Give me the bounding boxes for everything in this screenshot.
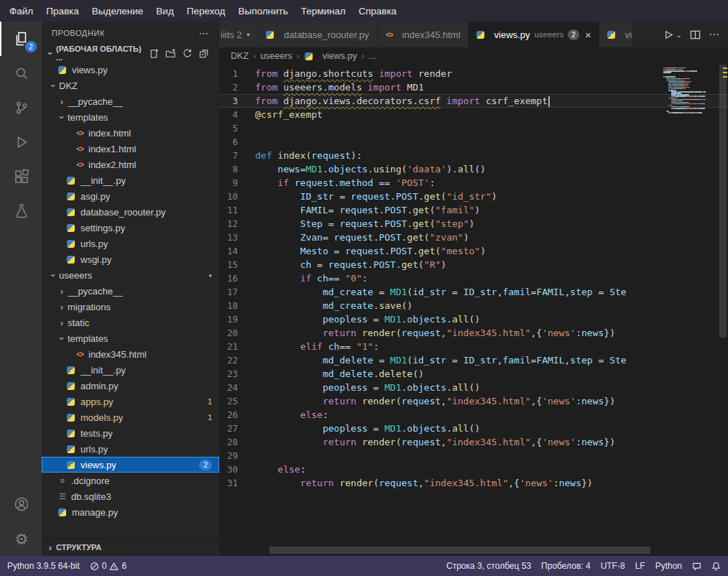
tree-item-apps-py[interactable]: apps.py1 — [42, 394, 219, 409]
tree-item-tests-py[interactable]: tests.py — [42, 425, 219, 441]
more-actions-icon[interactable]: ⋯ — [709, 28, 719, 41]
new-file-icon[interactable] — [149, 48, 160, 59]
search-icon[interactable] — [0, 56, 42, 90]
code-text[interactable]: peopless = MD1.objects.all() — [255, 312, 480, 326]
tree-item-templates[interactable]: ›templates — [42, 330, 219, 346]
tree-item-init-py[interactable]: __init__.py — [42, 362, 219, 378]
tree-item-pycache[interactable]: ›__pycache__ — [42, 93, 219, 109]
tree-item-manage-py[interactable]: manage.py — [42, 504, 219, 520]
tree-item-asgi-py[interactable]: asgi.py — [42, 188, 219, 204]
code-text[interactable]: news=MD1.objects.using('daata').all() — [255, 162, 486, 176]
breadcrumb-item[interactable]: DKZ — [231, 51, 249, 61]
split-editor-icon[interactable] — [690, 29, 701, 40]
code-text[interactable]: if request.method == 'POST': — [255, 176, 436, 190]
tree-item-urls-py[interactable]: urls.py — [42, 441, 219, 457]
extensions-icon[interactable] — [0, 159, 42, 194]
menu-item-0[interactable]: Файл — [3, 0, 40, 22]
menu-item-7[interactable]: Справка — [352, 0, 403, 22]
cursor-position-status[interactable]: Строка 3, столбец 53 — [446, 561, 531, 571]
menu-item-1[interactable]: Правка — [40, 0, 86, 22]
eol-status[interactable]: LF — [635, 561, 645, 571]
tab-iiits-2[interactable]: iiits 2● — [219, 22, 258, 47]
breadcrumb-item[interactable]: useeers — [260, 51, 292, 61]
tree-item-admin-py[interactable]: admin.py — [42, 378, 219, 394]
code-text[interactable]: return render(request,"index345.html",{'… — [255, 394, 615, 408]
tree-item-dcignore[interactable]: ≡.dcignore — [42, 473, 219, 488]
tree-item-index1-html[interactable]: <>index1.html — [42, 141, 219, 157]
code-text[interactable]: else: — [255, 408, 328, 422]
code-text[interactable]: if ch== "0": — [255, 271, 368, 285]
encoding-status[interactable]: UTF-8 — [601, 561, 625, 571]
horizontal-scrollbar[interactable] — [269, 547, 650, 554]
code-text[interactable]: md_delete = MD1(id_str = ID_str,famil=FA… — [255, 353, 627, 367]
tab-database-roouter-py[interactable]: database_roouter.py — [258, 22, 377, 47]
code-text[interactable]: from django.views.decorators.csrf import… — [255, 94, 550, 108]
tree-item-urls-py[interactable]: urls.py — [42, 236, 219, 251]
run-debug-icon[interactable] — [0, 125, 42, 159]
code-text[interactable]: from django.shortcuts import render — [255, 67, 452, 80]
tree-item-useeers[interactable]: ›useeers● — [42, 267, 219, 283]
code-text[interactable]: from useeers.models import MD1 — [255, 80, 424, 94]
tree-item-index2-html[interactable]: <>index2.html — [42, 157, 219, 172]
code-text[interactable]: return render(request,"index345.html",{'… — [255, 326, 615, 340]
tree-item-index345-html[interactable]: <>index345.html — [42, 346, 219, 362]
code-text[interactable]: return render(request,"index345.html",{'… — [255, 476, 593, 490]
code-text[interactable]: FAMIL= request.POST.get("famil") — [255, 203, 480, 217]
refresh-icon[interactable] — [182, 48, 193, 59]
menu-item-5[interactable]: Выполнить — [231, 0, 294, 22]
tree-item-db-sqlite3[interactable]: ☰db.sqlite3 — [42, 488, 219, 504]
more-actions-icon[interactable]: ⋯ — [198, 27, 209, 39]
menu-item-6[interactable]: Терминал — [295, 0, 352, 22]
tree-item-database-roouter-py[interactable]: database_roouter.py — [42, 204, 219, 220]
problems-status[interactable]: 06 — [90, 561, 126, 571]
python-interpreter-status[interactable]: Python 3.9.5 64-bit — [7, 561, 80, 571]
code-text[interactable]: elif ch== "1": — [255, 340, 379, 353]
account-icon[interactable] — [0, 487, 42, 521]
tree-item-templates[interactable]: ›templates — [42, 109, 219, 125]
source-control-icon[interactable] — [0, 90, 42, 125]
code-text[interactable]: return render(request,"index345.html",{'… — [255, 435, 615, 449]
code-text[interactable]: Mesto = request.POST.get("mesto") — [255, 244, 486, 258]
code-text[interactable]: @csrf_exempt — [255, 108, 323, 121]
close-icon[interactable]: × — [585, 29, 591, 41]
tree-item-views-py[interactable]: views.py2 — [42, 457, 219, 473]
menu-item-2[interactable]: Выделение — [86, 0, 150, 22]
testing-icon[interactable] — [0, 194, 42, 228]
minimap[interactable] — [663, 68, 717, 113]
run-icon[interactable] — [663, 29, 673, 40]
breadcrumb-item[interactable]: ... — [369, 51, 376, 61]
settings-icon[interactable]: ⚙ — [0, 521, 42, 556]
collapse-all-icon[interactable] — [198, 48, 209, 59]
code-text[interactable]: else: — [255, 463, 305, 476]
tree-item-index-html[interactable]: <>index.html — [42, 125, 219, 141]
menu-item-4[interactable]: Переход — [180, 0, 232, 22]
code-text[interactable]: peopless = MD1.objects.all() — [255, 381, 480, 394]
code-text[interactable]: peopless = MD1.objects.all() — [255, 422, 480, 435]
run-dropdown-icon[interactable]: ⌄ — [676, 31, 682, 39]
tab-vi[interactable]: vi — [599, 22, 632, 47]
explorer-icon[interactable]: 2 — [0, 22, 42, 56]
code-area[interactable]: 1from django.shortcuts import render2fro… — [219, 67, 728, 556]
language-mode-status[interactable]: Python — [655, 561, 682, 571]
code-text[interactable]: md_create.save() — [255, 299, 413, 312]
code-text[interactable]: md_delete.delete() — [255, 367, 424, 381]
code-text[interactable]: md_create = MD1(id_str = ID_str,famil=FA… — [255, 285, 627, 299]
workspace-section-header[interactable]: › (РАБОЧАЯ ОБЛАСТЬ) ... — [42, 45, 219, 62]
vertical-scrollbar[interactable] — [718, 65, 728, 556]
outline-section-header[interactable]: › СТРУКТУРА — [42, 539, 219, 556]
tree-item-static[interactable]: ›static — [42, 315, 219, 330]
code-text[interactable]: Step = request.POST.get("step") — [255, 217, 474, 231]
new-folder-icon[interactable] — [165, 48, 176, 59]
scrollbar-handle[interactable] — [719, 65, 727, 338]
tree-item-init-py[interactable]: __init__.py — [42, 172, 219, 188]
code-text[interactable]: ID_str = request.POST.get("id_str") — [255, 190, 497, 203]
code-text[interactable]: def index(request): — [255, 149, 362, 162]
indentation-status[interactable]: Пробелов: 4 — [541, 561, 591, 571]
code-text[interactable]: Zvan= request.POST.get("zvan") — [255, 231, 469, 244]
tree-item-models-py[interactable]: models.py1 — [42, 409, 219, 425]
tab-views-py[interactable]: views.pyuseeers2× — [469, 22, 599, 47]
tree-item-wsgi-py[interactable]: wsgi.py — [42, 251, 219, 267]
tree-item-dkz[interactable]: ›DKZ — [42, 78, 219, 93]
tree-item-pycache[interactable]: ›__pycache__ — [42, 283, 219, 299]
editor[interactable]: 1from django.shortcuts import render2fro… — [219, 65, 728, 556]
